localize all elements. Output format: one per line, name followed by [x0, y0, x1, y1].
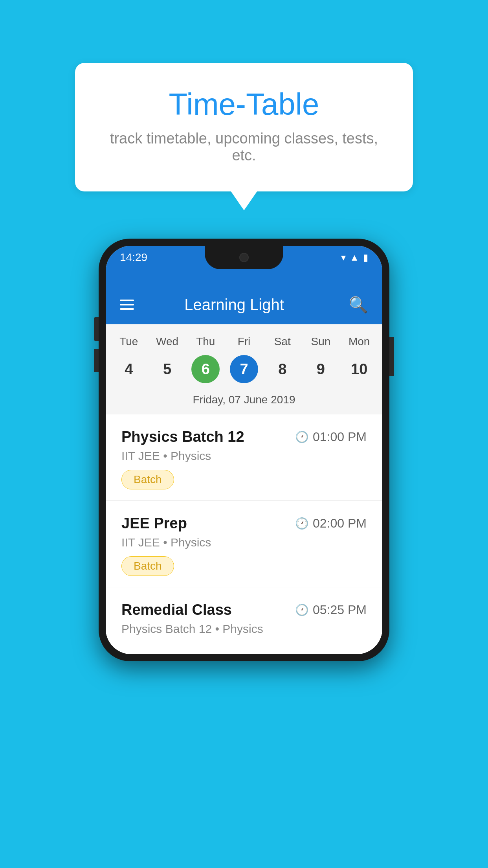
front-camera: [239, 253, 249, 262]
search-icon[interactable]: 🔍: [349, 296, 368, 314]
class-header-1: Physics Batch 12 🕐 01:00 PM: [121, 428, 367, 445]
battery-icon: ▮: [363, 252, 368, 263]
phone-notch: [205, 246, 283, 269]
class-time-3: 🕐 05:25 PM: [295, 603, 367, 617]
batch-badge-1: Batch: [121, 470, 174, 489]
signal-icon: ▲: [350, 252, 359, 263]
date-6-today[interactable]: 6: [191, 355, 220, 383]
clock-icon-3: 🕐: [295, 603, 309, 616]
class-name-1: Physics Batch 12: [121, 428, 244, 445]
tooltip-subtitle: track timetable, upcoming classes, tests…: [106, 130, 382, 164]
class-time-1: 🕐 01:00 PM: [295, 430, 367, 444]
class-item-1[interactable]: Physics Batch 12 🕐 01:00 PM IIT JEE • Ph…: [106, 414, 382, 501]
date-4[interactable]: 4: [115, 355, 143, 383]
phone-screen: 14:29 ▾ ▲ ▮ Learning Light 🔍: [106, 246, 382, 654]
clock-icon-1: 🕐: [295, 430, 309, 443]
day-wed: Wed: [148, 332, 187, 351]
phone-mockup: 14:29 ▾ ▲ ▮ Learning Light 🔍: [99, 239, 389, 661]
day-thu: Thu: [186, 332, 225, 351]
volume-up-button: [94, 317, 99, 341]
day-fri: Fri: [225, 332, 263, 351]
class-time-value-2: 02:00 PM: [313, 516, 367, 531]
day-names-row: Tue Wed Thu Fri Sat Sun Mon: [106, 332, 382, 351]
day-mon: Mon: [340, 332, 378, 351]
app-bar: Learning Light 🔍: [106, 285, 382, 324]
class-header-3: Remedial Class 🕐 05:25 PM: [121, 601, 367, 618]
status-time: 14:29: [120, 251, 147, 264]
batch-badge-2: Batch: [121, 556, 174, 576]
app-title: Learning Light: [120, 296, 349, 314]
volume-down-button: [94, 349, 99, 372]
class-time-value-3: 05:25 PM: [313, 603, 367, 617]
date-8[interactable]: 8: [268, 355, 297, 383]
tooltip-title: Time-Table: [106, 86, 382, 122]
day-tue: Tue: [110, 332, 148, 351]
tooltip-card: Time-Table track timetable, upcoming cla…: [75, 63, 413, 191]
class-item-2[interactable]: JEE Prep 🕐 02:00 PM IIT JEE • Physics Ba…: [106, 501, 382, 587]
day-numbers-row: 4 5 6 7 8 9 10: [106, 351, 382, 390]
class-name-2: JEE Prep: [121, 515, 187, 532]
date-5[interactable]: 5: [153, 355, 182, 383]
date-9[interactable]: 9: [306, 355, 335, 383]
class-header-2: JEE Prep 🕐 02:00 PM: [121, 515, 367, 532]
day-sat: Sat: [263, 332, 302, 351]
class-detail-3: Physics Batch 12 • Physics: [121, 622, 367, 636]
day-sun: Sun: [302, 332, 340, 351]
class-detail-1: IIT JEE • Physics: [121, 449, 367, 463]
class-detail-2: IIT JEE • Physics: [121, 536, 367, 549]
class-list: Physics Batch 12 🕐 01:00 PM IIT JEE • Ph…: [106, 414, 382, 654]
class-item-3[interactable]: Remedial Class 🕐 05:25 PM Physics Batch …: [106, 587, 382, 654]
class-name-3: Remedial Class: [121, 601, 232, 618]
selected-date-label: Friday, 07 June 2019: [106, 390, 382, 414]
date-10[interactable]: 10: [345, 355, 373, 383]
clock-icon-2: 🕐: [295, 517, 309, 530]
phone-frame: 14:29 ▾ ▲ ▮ Learning Light 🔍: [99, 239, 389, 661]
class-time-value-1: 01:00 PM: [313, 430, 367, 444]
calendar-strip: Tue Wed Thu Fri Sat Sun Mon 4 5 6 7 8 9 …: [106, 324, 382, 414]
class-time-2: 🕐 02:00 PM: [295, 516, 367, 531]
date-7-selected[interactable]: 7: [230, 355, 258, 383]
power-button: [389, 337, 394, 376]
wifi-icon: ▾: [341, 252, 346, 263]
status-icons: ▾ ▲ ▮: [341, 252, 368, 263]
